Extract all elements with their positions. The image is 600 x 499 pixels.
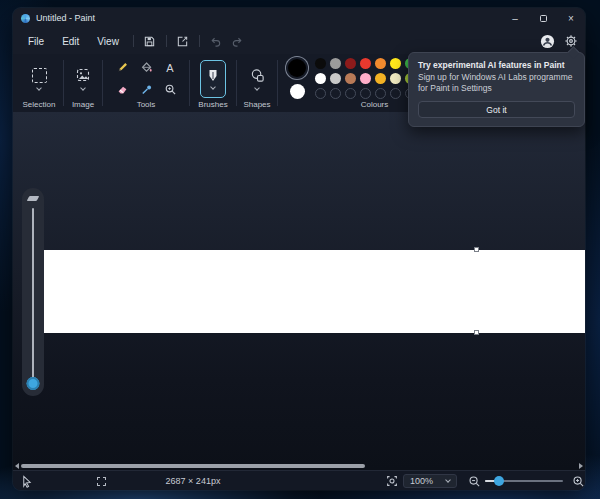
colour-swatch-empty[interactable] <box>375 88 386 99</box>
flyout-title: Try experimental AI features in Paint <box>418 60 575 71</box>
thickness-slider[interactable] <box>22 188 44 396</box>
scroll-left-arrow[interactable] <box>15 463 19 469</box>
undo-icon <box>209 35 222 48</box>
colour-swatch-empty[interactable] <box>315 88 326 99</box>
redo-icon <box>231 35 244 48</box>
section-shapes: Shapes <box>239 54 275 112</box>
pencil-tool-button[interactable] <box>112 58 133 77</box>
undo-button[interactable] <box>205 31 227 51</box>
eyedropper-icon <box>140 83 153 96</box>
zoom-out-button[interactable] <box>468 471 481 490</box>
image-tool-button[interactable] <box>75 67 91 90</box>
window-title: Untitled - Paint <box>36 13 95 23</box>
horizontal-scrollbar[interactable] <box>13 462 585 470</box>
horizontal-scrollbar-thumb[interactable] <box>21 464 365 468</box>
thickness-slider-thumb[interactable] <box>27 377 40 390</box>
zoom-level-value: 100% <box>410 476 433 486</box>
colour-2-swatch[interactable] <box>290 84 305 99</box>
paint-canvas[interactable] <box>42 250 585 333</box>
zoom-in-icon <box>572 475 585 488</box>
canvas-resize-handle-bottom[interactable] <box>474 330 479 335</box>
chevron-down-icon <box>80 85 86 91</box>
paint-app-icon <box>21 14 30 23</box>
fill-bucket-icon <box>140 61 153 74</box>
brush-icon <box>207 69 219 83</box>
ribbon-divider <box>102 60 103 106</box>
colour-swatch[interactable] <box>360 58 371 69</box>
shapes-button[interactable] <box>249 68 266 90</box>
ribbon-divider <box>236 60 237 106</box>
zoom-slider[interactable] <box>485 471 563 490</box>
menu-file[interactable]: File <box>19 33 53 50</box>
shapes-icon <box>249 68 266 83</box>
colour-swatch[interactable] <box>330 73 341 84</box>
canvas-resize-handle-top[interactable] <box>474 247 479 252</box>
maximize-icon <box>540 15 547 22</box>
text-tool-button[interactable]: A <box>160 58 181 77</box>
fill-tool-button[interactable] <box>136 58 157 77</box>
selection-tool-button[interactable] <box>32 68 47 90</box>
colour-swatch[interactable] <box>360 73 371 84</box>
zoom-out-icon <box>468 475 481 488</box>
account-button[interactable] <box>539 33 556 50</box>
maximize-button[interactable] <box>529 8 557 28</box>
desktop-wallpaper: Untitled - Paint – × File Edit View <box>0 0 600 499</box>
selection-size-icon <box>97 477 106 486</box>
scroll-right-arrow[interactable] <box>579 463 583 469</box>
zoom-level-dropdown[interactable]: 100% <box>403 474 457 488</box>
minimize-button[interactable]: – <box>501 8 529 28</box>
save-button[interactable] <box>139 31 161 51</box>
section-label: Image <box>72 100 94 112</box>
zoom-slider-track[interactable] <box>485 480 563 482</box>
pencil-icon <box>116 61 129 74</box>
colour-swatch[interactable] <box>315 73 326 84</box>
share-button[interactable] <box>172 31 194 51</box>
cursor-position-indicator <box>21 471 32 490</box>
ribbon-divider <box>189 60 190 106</box>
section-label: Colours <box>361 100 389 112</box>
section-selection: Selection <box>17 54 61 112</box>
section-brushes: Brushes <box>192 54 234 112</box>
brushes-button[interactable] <box>200 60 226 98</box>
fit-to-screen-button[interactable] <box>385 471 399 490</box>
colour-1-swatch[interactable] <box>288 59 306 77</box>
menubar-separator <box>199 35 200 47</box>
colour-swatch[interactable] <box>345 58 356 69</box>
got-it-button[interactable]: Got it <box>418 101 575 118</box>
account-icon <box>540 34 555 49</box>
colour-swatch[interactable] <box>375 73 386 84</box>
section-label: Tools <box>137 100 156 112</box>
colour-swatch[interactable] <box>390 58 401 69</box>
ribbon-divider <box>63 60 64 106</box>
colour-swatch[interactable] <box>390 73 401 84</box>
colour-swatch[interactable] <box>330 58 341 69</box>
menu-edit[interactable]: Edit <box>53 33 88 50</box>
eyedropper-tool-button[interactable] <box>136 80 157 99</box>
eraser-icon <box>116 83 129 96</box>
settings-button[interactable] <box>562 33 579 50</box>
flyout-body: Sign up for Windows AI Labs programme fo… <box>418 72 575 94</box>
eraser-tool-button[interactable] <box>112 80 133 99</box>
selection-icon <box>32 68 47 83</box>
colour-swatch-empty[interactable] <box>360 88 371 99</box>
colour-swatch[interactable] <box>345 73 356 84</box>
selection-size-indicator <box>97 471 106 490</box>
colour-swatch-empty[interactable] <box>330 88 341 99</box>
close-button[interactable]: × <box>557 8 585 28</box>
zoom-in-button[interactable] <box>572 471 585 490</box>
colour-swatch-empty[interactable] <box>345 88 356 99</box>
menu-view[interactable]: View <box>88 33 128 50</box>
colour-swatch-empty[interactable] <box>390 88 401 99</box>
image-size-label: 2687 × 241px <box>133 471 253 490</box>
zoom-slider-thumb[interactable] <box>494 476 504 486</box>
titlebar: Untitled - Paint – × <box>13 8 585 28</box>
magnifier-tool-button[interactable] <box>160 80 181 99</box>
ribbon-divider <box>277 60 278 106</box>
colour-swatch[interactable] <box>375 58 386 69</box>
chevron-down-icon <box>36 85 42 91</box>
thickness-slider-track <box>32 208 34 386</box>
colour-swatch[interactable] <box>315 58 326 69</box>
redo-button[interactable] <box>227 31 249 51</box>
thickness-icon <box>27 196 40 201</box>
section-image: Image <box>66 54 100 112</box>
